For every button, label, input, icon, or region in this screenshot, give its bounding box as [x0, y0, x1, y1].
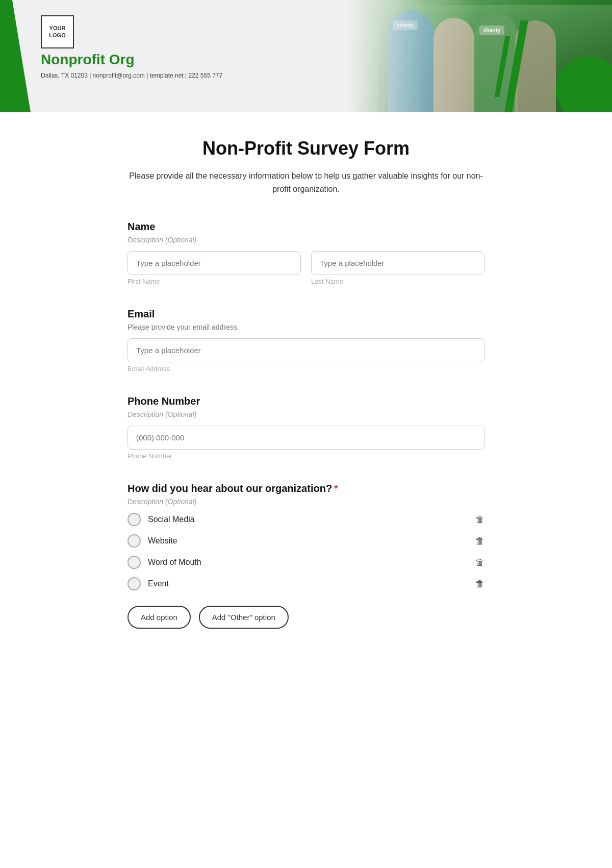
first-name-input[interactable] [128, 251, 301, 275]
last-name-input[interactable] [311, 251, 484, 275]
section-phone: Phone Number Description (Optional) Phon… [128, 395, 484, 460]
header-deco-left [0, 0, 31, 112]
radio-label-social-media: Social Media [148, 515, 195, 524]
section-how-heard-description: Description (Optional) [128, 498, 484, 506]
section-how-heard-label: How did you hear about our organization?… [128, 483, 484, 494]
main-content: Non-Profit Survey Form Please provide al… [76, 112, 536, 677]
radio-label-event: Event [148, 579, 169, 588]
header-photo-area: charity charity [347, 0, 612, 112]
radio-option-event: Event 🗑 [128, 577, 484, 590]
form-subtitle: Please provide all the necessary informa… [128, 169, 484, 195]
radio-circle-social-media[interactable] [128, 513, 141, 526]
first-name-sublabel: First Name [128, 278, 301, 285]
section-email-description: Please provide your email address. [128, 323, 484, 331]
required-star: * [334, 483, 338, 494]
radio-label-website: Website [148, 536, 177, 545]
radio-label-word-of-mouth: Word of Mouth [148, 558, 201, 567]
section-name-label: Name [128, 221, 484, 233]
radio-option-left-website: Website [128, 534, 177, 548]
radio-circle-website[interactable] [128, 534, 141, 548]
section-phone-description: Description (Optional) [128, 410, 484, 418]
last-name-wrapper: Last Name [311, 251, 484, 285]
phone-sublabel: Phone Number [128, 452, 484, 460]
section-phone-label: Phone Number [128, 395, 484, 407]
email-sublabel: Email Address [128, 365, 484, 373]
phone-input[interactable] [128, 426, 484, 450]
section-name: Name Description (Optional) First Name L… [128, 221, 484, 285]
radio-circle-word-of-mouth[interactable] [128, 556, 141, 569]
section-email-label: Email [128, 308, 484, 320]
section-name-description: Description (Optional) [128, 236, 484, 244]
logo-box: YOUR LOGO [41, 15, 74, 48]
delete-icon-website[interactable]: 🗑 [475, 536, 484, 547]
radio-option-website: Website 🗑 [128, 534, 484, 548]
add-other-option-button[interactable]: Add "Other" option [199, 606, 289, 629]
header-logo-area: YOUR LOGO Nonprofit Org Dallas, TX 01203… [41, 15, 222, 79]
email-wrapper: Email Address [128, 338, 484, 373]
delete-icon-event[interactable]: 🗑 [475, 579, 484, 589]
last-name-sublabel: Last Name [311, 278, 484, 285]
option-button-row: Add option Add "Other" option [128, 606, 484, 629]
radio-option-left-event: Event [128, 577, 169, 590]
add-option-button[interactable]: Add option [128, 606, 191, 629]
header: YOUR LOGO Nonprofit Org Dallas, TX 01203… [0, 0, 612, 112]
delete-icon-social-media[interactable]: 🗑 [475, 514, 484, 525]
header-diagonal-overlay [347, 0, 612, 112]
org-name: Nonprofit Org [41, 52, 222, 68]
phone-wrapper: Phone Number [128, 426, 484, 460]
email-input[interactable] [128, 338, 484, 362]
first-name-wrapper: First Name [128, 251, 301, 285]
logo-text-line2: LOGO [49, 32, 65, 39]
radio-option-social-media: Social Media 🗑 [128, 513, 484, 526]
section-email: Email Please provide your email address.… [128, 308, 484, 373]
section-how-heard: How did you hear about our organization?… [128, 483, 484, 629]
radio-option-word-of-mouth: Word of Mouth 🗑 [128, 556, 484, 569]
org-contact: Dallas, TX 01203 | nonprofit@org.com | t… [41, 72, 222, 79]
name-input-row: First Name Last Name [128, 251, 484, 285]
radio-circle-event[interactable] [128, 577, 141, 590]
delete-icon-word-of-mouth[interactable]: 🗑 [475, 557, 484, 568]
form-title: Non-Profit Survey Form [128, 138, 484, 159]
radio-option-left-word-of-mouth: Word of Mouth [128, 556, 201, 569]
radio-option-left-social-media: Social Media [128, 513, 195, 526]
logo-text-line1: YOUR [49, 25, 66, 32]
